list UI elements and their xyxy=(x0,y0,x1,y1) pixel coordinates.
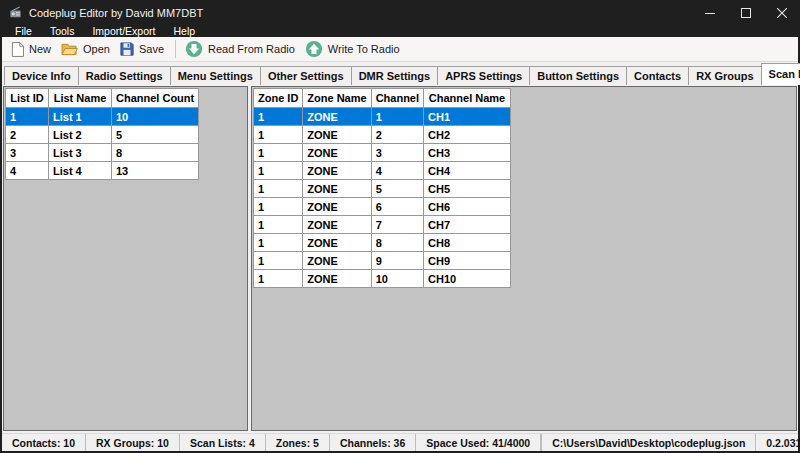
save-button[interactable]: Save xyxy=(116,40,170,58)
maximize-button[interactable] xyxy=(728,0,764,25)
table-cell[interactable]: ZONE xyxy=(303,198,371,216)
table-cell[interactable]: 2 xyxy=(6,126,49,144)
table-cell[interactable]: CH1 xyxy=(424,108,511,126)
table-cell[interactable]: 8 xyxy=(112,144,199,162)
table-cell[interactable]: ZONE xyxy=(303,216,371,234)
status-rx-groups: RX Groups: 10 xyxy=(86,434,180,451)
table-cell[interactable]: ZONE xyxy=(303,180,371,198)
column-header-zone-id[interactable]: Zone ID xyxy=(254,89,303,108)
table-row[interactable]: 1ZONE2CH2 xyxy=(254,126,511,144)
table-cell[interactable]: 1 xyxy=(254,144,303,162)
table-row[interactable]: 1ZONE5CH5 xyxy=(254,180,511,198)
table-cell[interactable]: CH7 xyxy=(424,216,511,234)
menu-help[interactable]: Help xyxy=(164,25,204,37)
table-row[interactable]: 1ZONE10CH10 xyxy=(254,270,511,288)
table-cell[interactable]: 1 xyxy=(254,162,303,180)
table-row[interactable]: 2List 25 xyxy=(6,126,199,144)
column-header-channel[interactable]: Channel xyxy=(371,89,423,108)
table-cell[interactable]: List 4 xyxy=(49,162,112,180)
table-cell[interactable]: 8 xyxy=(371,234,423,252)
table-cell[interactable]: List 1 xyxy=(49,108,112,126)
table-cell[interactable]: 4 xyxy=(6,162,49,180)
table-cell[interactable]: ZONE xyxy=(303,126,371,144)
table-row[interactable]: 1ZONE7CH7 xyxy=(254,216,511,234)
table-cell[interactable]: List 2 xyxy=(49,126,112,144)
table-row[interactable]: 3List 38 xyxy=(6,144,199,162)
table-cell[interactable]: 3 xyxy=(6,144,49,162)
tab-scan-lists[interactable]: Scan Lists xyxy=(761,63,800,85)
table-row[interactable]: 1ZONE1CH1 xyxy=(254,108,511,126)
table-cell[interactable]: CH6 xyxy=(424,198,511,216)
table-cell[interactable]: ZONE xyxy=(303,108,371,126)
table-row[interactable]: 1ZONE3CH3 xyxy=(254,144,511,162)
table-cell[interactable]: List 3 xyxy=(49,144,112,162)
table-cell[interactable]: 1 xyxy=(254,270,303,288)
column-header-zone-name[interactable]: Zone Name xyxy=(303,89,371,108)
table-cell[interactable]: CH4 xyxy=(424,162,511,180)
table-cell[interactable]: CH5 xyxy=(424,180,511,198)
close-button[interactable] xyxy=(764,0,800,25)
table-cell[interactable]: 2 xyxy=(371,126,423,144)
tab-button-settings[interactable]: Button Settings xyxy=(529,66,627,85)
table-cell[interactable]: 13 xyxy=(112,162,199,180)
new-button[interactable]: New xyxy=(7,40,57,59)
tab-menu-settings[interactable]: Menu Settings xyxy=(170,66,261,85)
menu-import-export[interactable]: Import/Export xyxy=(83,25,164,37)
table-cell[interactable]: ZONE xyxy=(303,162,371,180)
table-row[interactable]: 1ZONE6CH6 xyxy=(254,198,511,216)
table-cell[interactable]: 1 xyxy=(254,252,303,270)
table-cell[interactable]: 9 xyxy=(371,252,423,270)
table-cell[interactable]: 1 xyxy=(254,216,303,234)
table-cell[interactable]: 3 xyxy=(371,144,423,162)
table-row[interactable]: 1ZONE8CH8 xyxy=(254,234,511,252)
table-cell[interactable]: 6 xyxy=(371,198,423,216)
table-cell[interactable]: ZONE xyxy=(303,144,371,162)
column-header-list-name[interactable]: List Name xyxy=(49,89,112,108)
table-cell[interactable]: 1 xyxy=(254,108,303,126)
table-cell[interactable]: 7 xyxy=(371,216,423,234)
status-space-used: Space Used: 41/4000 xyxy=(416,434,541,451)
table-cell[interactable]: 1 xyxy=(6,108,49,126)
table-cell[interactable]: 5 xyxy=(371,180,423,198)
table-cell[interactable]: CH10 xyxy=(424,270,511,288)
table-cell[interactable]: 1 xyxy=(254,198,303,216)
table-row[interactable]: 1ZONE4CH4 xyxy=(254,162,511,180)
table-cell[interactable]: CH2 xyxy=(424,126,511,144)
table-cell[interactable]: 10 xyxy=(112,108,199,126)
table-cell[interactable]: 5 xyxy=(112,126,199,144)
table-header-row: Zone IDZone NameChannelChannel Name xyxy=(254,89,511,108)
tab-contacts[interactable]: Contacts xyxy=(626,66,689,85)
menu-tools[interactable]: Tools xyxy=(41,25,84,37)
write-to-radio-button[interactable]: Write To Radio xyxy=(301,38,406,60)
read-from-radio-button[interactable]: Read From Radio xyxy=(181,38,301,60)
table-row[interactable]: 4List 413 xyxy=(6,162,199,180)
table-cell[interactable]: 1 xyxy=(254,126,303,144)
table-cell[interactable]: CH9 xyxy=(424,252,511,270)
table-cell[interactable]: 1 xyxy=(371,108,423,126)
new-button-label: New xyxy=(29,43,51,55)
tab-device-info[interactable]: Device Info xyxy=(4,66,79,85)
open-button[interactable]: Open xyxy=(57,40,116,58)
tab-radio-settings[interactable]: Radio Settings xyxy=(78,66,171,85)
table-cell[interactable]: CH3 xyxy=(424,144,511,162)
table-cell[interactable]: 4 xyxy=(371,162,423,180)
table-row[interactable]: 1List 110 xyxy=(6,108,199,126)
table-cell[interactable]: ZONE xyxy=(303,270,371,288)
column-header-channel-count[interactable]: Channel Count xyxy=(112,89,199,108)
table-cell[interactable]: 1 xyxy=(254,234,303,252)
table-cell[interactable]: 1 xyxy=(254,180,303,198)
table-cell[interactable]: ZONE xyxy=(303,234,371,252)
table-cell[interactable]: 10 xyxy=(371,270,423,288)
table-cell[interactable]: CH8 xyxy=(424,234,511,252)
column-header-list-id[interactable]: List ID xyxy=(6,89,49,108)
tab-dmr-settings[interactable]: DMR Settings xyxy=(351,66,439,85)
column-header-channel-name[interactable]: Channel Name xyxy=(424,89,511,108)
status-contacts: Contacts: 10 xyxy=(2,434,86,451)
tab-rx-groups[interactable]: RX Groups xyxy=(688,66,761,85)
menu-file[interactable]: File xyxy=(6,25,41,37)
table-cell[interactable]: ZONE xyxy=(303,252,371,270)
table-row[interactable]: 1ZONE9CH9 xyxy=(254,252,511,270)
tab-other-settings[interactable]: Other Settings xyxy=(260,66,352,85)
tab-aprs-settings[interactable]: APRS Settings xyxy=(437,66,530,85)
minimize-button[interactable] xyxy=(692,0,728,25)
